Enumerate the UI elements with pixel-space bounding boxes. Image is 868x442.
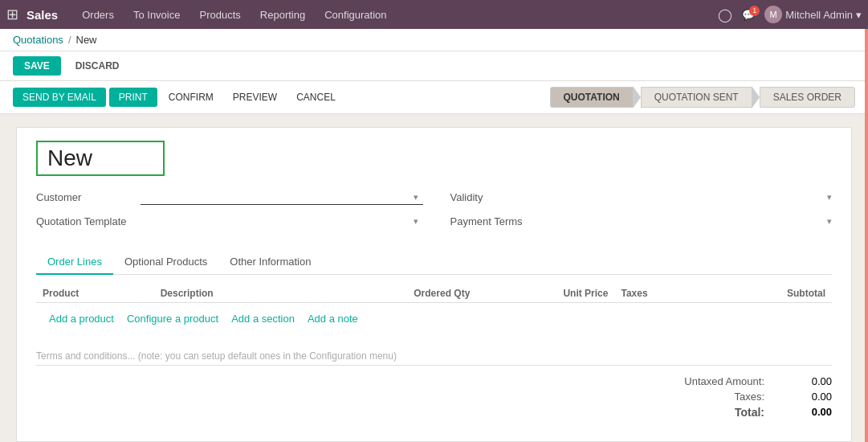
form-fields: Customer ▾ Quotation Template ▾	[36, 189, 832, 237]
workflow-bar: SEND BY EMAIL PRINT CONFIRM PREVIEW CANC…	[0, 81, 868, 114]
quotation-template-select[interactable]	[141, 213, 423, 229]
col-ordered-qty: Ordered Qty	[312, 284, 477, 303]
orange-accent-bar	[865, 29, 868, 442]
doc-title: New	[36, 141, 165, 176]
breadcrumb: Quotations / New	[0, 29, 868, 51]
col-product: Product	[36, 284, 154, 303]
order-table: Product Description Ordered Qty Unit Pri…	[36, 284, 832, 334]
untaxed-label: Untaxed Amount:	[652, 375, 764, 387]
totals-section: Untaxed Amount: 0.00 Taxes: 0.00 Total: …	[36, 375, 832, 419]
add-links: Add a product Configure a product Add a …	[43, 308, 825, 329]
action-bar: SAVE DISCARD	[0, 51, 868, 81]
terms-text[interactable]: Terms and conditions... (note: you can s…	[36, 350, 832, 366]
col-description: Description	[154, 284, 312, 303]
payment-terms-label: Payment Terms	[450, 215, 555, 227]
navbar-right: ◯ 💬1 M Mitchell Admin ▾	[718, 6, 862, 23]
taxes-row: Taxes: 0.00	[36, 391, 832, 403]
payment-terms-select[interactable]	[555, 213, 837, 229]
main-content: New Customer ▾ Quotation Template ▾	[0, 114, 868, 442]
quotation-template-wrapper: ▾	[141, 213, 418, 229]
breadcrumb-separator: /	[68, 34, 71, 46]
menu-reporting[interactable]: Reporting	[252, 6, 313, 24]
validity-wrapper: ▾	[555, 189, 833, 205]
add-product-link[interactable]: Add a product	[49, 313, 114, 325]
untaxed-amount-row: Untaxed Amount: 0.00	[36, 375, 832, 387]
total-value: 0.00	[784, 406, 832, 419]
status-quotation-sent[interactable]: QUOTATION SENT	[641, 87, 752, 108]
tab-other-information[interactable]: Other Information	[218, 250, 322, 275]
breadcrumb-current: New	[76, 34, 97, 46]
user-name: Mitchell Admin	[785, 9, 853, 21]
avatar: M	[764, 6, 782, 23]
validity-label: Validity	[450, 191, 555, 203]
status-sales-order[interactable]: SALES ORDER	[760, 87, 855, 108]
breadcrumb-parent[interactable]: Quotations	[13, 34, 63, 46]
quotation-template-row: Quotation Template ▾	[36, 213, 418, 229]
validity-select[interactable]	[555, 189, 837, 205]
form-col-left: Customer ▾ Quotation Template ▾	[36, 189, 418, 237]
taxes-value: 0.00	[784, 391, 832, 403]
status-arrow-2	[752, 86, 760, 108]
user-menu[interactable]: M Mitchell Admin ▾	[764, 6, 862, 23]
navbar: ⊞ Sales Orders To Invoice Products Repor…	[0, 0, 868, 29]
brand-label: Sales	[26, 8, 58, 22]
discard-button[interactable]: DISCARD	[67, 56, 128, 76]
taxes-label: Taxes:	[652, 391, 764, 403]
send-by-email-button[interactable]: SEND BY EMAIL	[13, 88, 106, 107]
menu-to-invoice[interactable]: To Invoice	[125, 6, 189, 24]
validity-row: Validity ▾	[450, 189, 833, 205]
navbar-menu: Orders To Invoice Products Reporting Con…	[74, 6, 394, 24]
save-button[interactable]: SAVE	[13, 56, 61, 76]
status-steps: QUOTATION QUOTATION SENT SALES ORDER	[550, 86, 855, 108]
table-row-empty: Add a product Configure a product Add a …	[36, 303, 832, 335]
notification-icon[interactable]: 💬1	[742, 9, 755, 21]
clock-icon[interactable]: ◯	[718, 7, 732, 23]
confirm-button[interactable]: CONFIRM	[161, 88, 222, 107]
user-chevron-icon: ▾	[856, 9, 862, 21]
quotation-template-label: Quotation Template	[36, 215, 141, 227]
total-row: Total: 0.00	[36, 406, 832, 419]
apps-icon[interactable]: ⊞	[6, 6, 18, 23]
tab-optional-products[interactable]: Optional Products	[113, 250, 218, 275]
preview-button[interactable]: PREVIEW	[225, 88, 285, 107]
customer-input[interactable]	[141, 189, 423, 205]
notif-badge: 1	[749, 6, 760, 16]
add-note-link[interactable]: Add a note	[308, 313, 358, 325]
untaxed-value: 0.00	[784, 375, 832, 387]
col-taxes: Taxes	[614, 284, 708, 303]
col-subtotal: Subtotal	[709, 284, 832, 303]
tabs: Order Lines Optional Products Other Info…	[36, 250, 832, 275]
menu-configuration[interactable]: Configuration	[316, 6, 394, 24]
status-arrow-1	[633, 86, 641, 108]
status-quotation[interactable]: QUOTATION	[550, 87, 634, 108]
payment-terms-row: Payment Terms ▾	[450, 213, 833, 229]
add-section-link[interactable]: Add a section	[231, 313, 295, 325]
col-unit-price: Unit Price	[476, 284, 614, 303]
terms-row: Terms and conditions... (note: you can s…	[36, 350, 832, 366]
payment-terms-wrapper: ▾	[555, 213, 833, 229]
menu-products[interactable]: Products	[191, 6, 248, 24]
customer-row: Customer ▾	[36, 189, 418, 205]
configure-product-link[interactable]: Configure a product	[127, 313, 218, 325]
tab-order-lines[interactable]: Order Lines	[36, 250, 113, 275]
total-label: Total:	[652, 406, 764, 419]
form-col-right: Validity ▾ Payment Terms ▾	[450, 189, 833, 237]
cancel-button[interactable]: CANCEL	[288, 88, 344, 107]
print-button[interactable]: PRINT	[109, 88, 157, 107]
form-card: New Customer ▾ Quotation Template ▾	[16, 127, 852, 442]
menu-orders[interactable]: Orders	[74, 6, 122, 24]
customer-label: Customer	[36, 191, 141, 203]
